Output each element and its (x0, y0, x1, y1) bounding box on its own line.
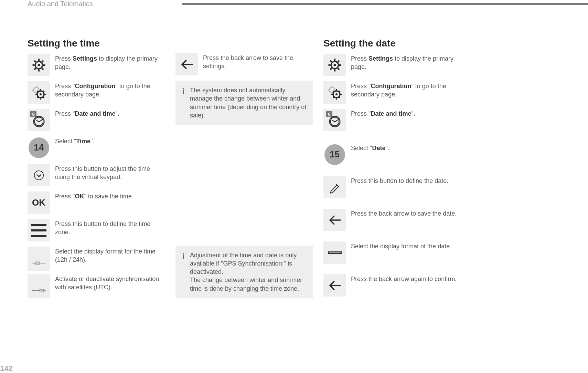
svg-line-40 (338, 68, 339, 69)
svg-line-54 (333, 91, 334, 92)
step-text: Select the display format of the date. (351, 241, 461, 250)
heading-time: Setting the time (28, 38, 165, 49)
settings-icon (323, 54, 346, 76)
header-rule (182, 3, 588, 5)
step: Press the back arrow to save the setting… (175, 53, 313, 77)
svg-line-22 (43, 97, 44, 98)
back-arrow-icon (323, 209, 346, 231)
step-text: Press "Configuration" to go to the secon… (55, 81, 165, 99)
slider-icon (28, 247, 50, 271)
svg-line-57 (333, 97, 334, 98)
settings-icon (28, 54, 50, 76)
step-text: Press "Configuration" to go to the secon… (351, 81, 461, 99)
note-text: The system does not automatically manage… (190, 86, 307, 120)
configuration-icon (323, 81, 346, 104)
info-note: i Adjustment of the time and date is onl… (175, 246, 313, 298)
badge-8: 8 (30, 111, 36, 117)
svg-line-56 (339, 91, 340, 92)
step: Press "Configuration" to go to the secon… (323, 81, 461, 105)
step-text: Press "OK" to save the time. (55, 191, 165, 200)
slider-icon (28, 274, 50, 298)
step-text: Press Settings to display the primary pa… (55, 54, 165, 71)
step-text: Select "Date". (351, 143, 461, 152)
stack-lines-icon (31, 219, 46, 241)
col-middle: Press the back arrow to save the setting… (175, 38, 313, 302)
round-number: 14 (29, 137, 49, 158)
step-text: Press the back arrow to save the setting… (203, 53, 313, 71)
svg-line-21 (37, 91, 38, 92)
step: 8 Press "Date and time". (323, 109, 461, 140)
pencil-icon (323, 176, 346, 198)
svg-rect-31 (40, 289, 43, 292)
svg-line-8 (42, 60, 43, 62)
info-icon: i (182, 86, 185, 120)
step-number-icon: 15 (323, 143, 346, 166)
page-number: 142 (0, 364, 13, 373)
configuration-icon (28, 81, 50, 104)
step-text: Press the back arrow to save the date. (351, 209, 461, 218)
svg-line-6 (34, 60, 35, 62)
step: Select the display format of the date. (323, 241, 461, 271)
badge-8: 8 (326, 111, 332, 117)
step-text: Press this button to define the time zon… (55, 219, 165, 237)
step: Press "Configuration" to go to the secon… (28, 81, 165, 105)
svg-line-41 (338, 60, 339, 62)
timezone-icon (28, 219, 50, 241)
ok-label: OK (32, 197, 45, 208)
date-time-icon: 8 (28, 109, 50, 131)
svg-line-24 (37, 97, 38, 98)
step: Press this button to adjust the time usi… (28, 164, 165, 188)
info-icon: i (182, 251, 185, 293)
info-note: i The system does not automatically mana… (175, 81, 313, 125)
svg-point-1 (38, 64, 40, 66)
step-text: Press "Date and time". (55, 109, 165, 118)
step-text: Select "Time". (55, 136, 165, 145)
step-text: Press this button to adjust the time usi… (55, 164, 165, 182)
step-text: Press the back arrow again to confirm. (351, 274, 461, 283)
svg-line-23 (43, 91, 44, 92)
bar-icon (328, 251, 342, 254)
round-number: 15 (324, 144, 345, 165)
step: 8 Press "Date and time". (28, 109, 165, 133)
columns: Setting the time Press Settings to displ… (28, 38, 461, 302)
step-text: Activate or deactivate synchronisation w… (55, 274, 165, 292)
svg-point-16 (40, 93, 42, 95)
svg-rect-29 (35, 262, 39, 265)
step: Press this button to define the time zon… (28, 219, 165, 243)
format-icon (323, 241, 346, 264)
col-time: Setting the time Press Settings to displ… (28, 38, 165, 302)
svg-point-34 (333, 64, 336, 66)
back-arrow-icon (175, 53, 198, 75)
step-text: Press "Date and time". (351, 109, 461, 118)
svg-point-27 (34, 170, 43, 179)
step-text: Select the display format for the time (… (55, 247, 165, 264)
step: Press Settings to display the primary pa… (323, 54, 461, 78)
step-text: Press this button to define the date. (351, 176, 461, 185)
svg-line-42 (330, 68, 331, 69)
step: Activate or deactivate synchronisation w… (28, 274, 165, 298)
col-date: Setting the date Press Settings to displ… (323, 38, 461, 302)
step-text: Press Settings to display the primary pa… (351, 54, 461, 71)
back-arrow-icon (323, 274, 346, 297)
svg-line-39 (330, 60, 331, 62)
svg-line-55 (339, 97, 340, 98)
note-text: Adjustment of the time and date is only … (190, 251, 307, 293)
date-time-icon: 8 (323, 109, 346, 131)
step: Press the back arrow to save the date. (323, 209, 461, 238)
svg-line-7 (42, 68, 43, 69)
step: OK Press "OK" to save the time. (28, 191, 165, 216)
step: 15 Select "Date". (323, 143, 461, 173)
step: Select the display format for the time (… (28, 247, 165, 271)
step-number-icon: 14 (28, 136, 50, 159)
page: Audio and Telematics 142 Setting the tim… (0, 0, 588, 373)
step: Press this button to define the date. (323, 176, 461, 205)
heading-date: Setting the date (323, 38, 461, 49)
dropdown-icon (28, 164, 50, 186)
ok-icon: OK (28, 191, 50, 214)
step: Press Settings to display the primary pa… (28, 54, 165, 78)
svg-point-49 (335, 93, 338, 95)
svg-line-9 (34, 68, 35, 69)
step: 14 Select "Time". (28, 136, 165, 160)
step: Press the back arrow again to confirm. (323, 274, 461, 298)
header-title: Audio and Telematics (28, 0, 93, 8)
